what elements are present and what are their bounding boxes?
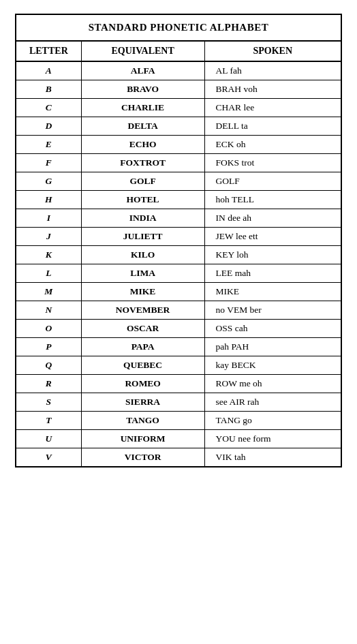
cell-letter: G [16, 172, 81, 191]
cell-spoken: AL fah [204, 61, 341, 80]
cell-spoken: YOU nee form [204, 430, 341, 448]
table-row: MMIKEMIKE [16, 283, 341, 301]
cell-equivalent: FOXTROT [81, 154, 204, 172]
cell-letter: M [16, 283, 81, 301]
cell-equivalent: QUEBEC [81, 356, 204, 375]
cell-spoken: no VEM ber [204, 301, 341, 320]
table-row: HHOTELhoh TELL [16, 191, 341, 209]
cell-equivalent: ROMEO [81, 375, 204, 393]
table-row: VVICTORVIK tah [16, 448, 341, 467]
cell-equivalent: INDIA [81, 209, 204, 228]
cell-spoken: hoh TELL [204, 191, 341, 209]
table-row: GGOLFGOLF [16, 172, 341, 191]
column-letter: LETTER [16, 42, 81, 61]
cell-equivalent: ECHO [81, 136, 204, 154]
cell-letter: B [16, 80, 81, 99]
cell-letter: I [16, 209, 81, 228]
table-row: LLIMALEE mah [16, 264, 341, 283]
cell-equivalent: DELTA [81, 117, 204, 136]
cell-equivalent: BRAVO [81, 80, 204, 99]
cell-letter: N [16, 301, 81, 320]
cell-equivalent: VICTOR [81, 448, 204, 467]
cell-equivalent: PAPA [81, 338, 204, 356]
cell-equivalent: ALFA [81, 61, 204, 80]
cell-spoken: ROW me oh [204, 375, 341, 393]
cell-equivalent: HOTEL [81, 191, 204, 209]
cell-spoken: VIK tah [204, 448, 341, 467]
cell-spoken: KEY loh [204, 246, 341, 264]
table-row: SSIERRAsee AIR rah [16, 393, 341, 412]
cell-letter: V [16, 448, 81, 467]
cell-letter: A [16, 61, 81, 80]
cell-spoken: OSS cah [204, 320, 341, 338]
cell-letter: D [16, 117, 81, 136]
cell-spoken: GOLF [204, 172, 341, 191]
cell-letter: C [16, 99, 81, 117]
cell-letter: E [16, 136, 81, 154]
table-header-row: LETTER EQUIVALENT SPOKEN [16, 42, 341, 61]
cell-spoken: LEE mah [204, 264, 341, 283]
cell-spoken: JEW lee ett [204, 228, 341, 246]
table-row: CCHARLIECHAR lee [16, 99, 341, 117]
cell-spoken: ECK oh [204, 136, 341, 154]
cell-letter: U [16, 430, 81, 448]
table-row: IINDIAIN dee ah [16, 209, 341, 228]
table-row: TTANGOTANG go [16, 412, 341, 430]
cell-letter: O [16, 320, 81, 338]
table-row: UUNIFORMYOU nee form [16, 430, 341, 448]
cell-letter: K [16, 246, 81, 264]
cell-letter: S [16, 393, 81, 412]
table-title: STANDARD PHONETIC ALPHABET [16, 15, 341, 42]
cell-letter: F [16, 154, 81, 172]
column-spoken: SPOKEN [204, 42, 341, 61]
cell-spoken: FOKS trot [204, 154, 341, 172]
cell-spoken: TANG go [204, 412, 341, 430]
table-row: DDELTADELL ta [16, 117, 341, 136]
cell-letter: R [16, 375, 81, 393]
table-row: EECHOECK oh [16, 136, 341, 154]
table-row: FFOXTROTFOKS trot [16, 154, 341, 172]
cell-letter: H [16, 191, 81, 209]
table-row: BBRAVOBRAH voh [16, 80, 341, 99]
cell-letter: P [16, 338, 81, 356]
column-equivalent: EQUIVALENT [81, 42, 204, 61]
cell-equivalent: KILO [81, 246, 204, 264]
cell-equivalent: GOLF [81, 172, 204, 191]
cell-spoken: kay BECK [204, 356, 341, 375]
table-row: QQUEBECkay BECK [16, 356, 341, 375]
cell-letter: L [16, 264, 81, 283]
cell-equivalent: UNIFORM [81, 430, 204, 448]
cell-equivalent: CHARLIE [81, 99, 204, 117]
cell-equivalent: MIKE [81, 283, 204, 301]
cell-spoken: pah PAH [204, 338, 341, 356]
table-row: RROMEOROW me oh [16, 375, 341, 393]
cell-letter: Q [16, 356, 81, 375]
cell-equivalent: OSCAR [81, 320, 204, 338]
cell-spoken: CHAR lee [204, 99, 341, 117]
cell-equivalent: LIMA [81, 264, 204, 283]
phonetic-alphabet-table: STANDARD PHONETIC ALPHABET LETTER EQUIVA… [15, 14, 342, 467]
cell-spoken: BRAH voh [204, 80, 341, 99]
table-row: AALFAAL fah [16, 61, 341, 80]
cell-equivalent: JULIETT [81, 228, 204, 246]
table-row: NNOVEMBERno VEM ber [16, 301, 341, 320]
table-row: KKILOKEY loh [16, 246, 341, 264]
cell-letter: J [16, 228, 81, 246]
cell-equivalent: TANGO [81, 412, 204, 430]
table-row: JJULIETTJEW lee ett [16, 228, 341, 246]
cell-equivalent: NOVEMBER [81, 301, 204, 320]
cell-spoken: see AIR rah [204, 393, 341, 412]
table-row: PPAPApah PAH [16, 338, 341, 356]
cell-equivalent: SIERRA [81, 393, 204, 412]
cell-letter: T [16, 412, 81, 430]
cell-spoken: DELL ta [204, 117, 341, 136]
cell-spoken: MIKE [204, 283, 341, 301]
table-row: OOSCAROSS cah [16, 320, 341, 338]
cell-spoken: IN dee ah [204, 209, 341, 228]
